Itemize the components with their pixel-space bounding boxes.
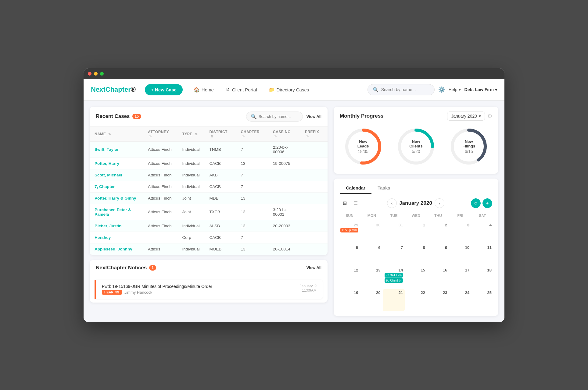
case-name[interactable]: 7, Chapter [90, 181, 143, 192]
cal-cell[interactable]: 21 [383, 289, 405, 311]
global-search[interactable]: 🔍 [368, 84, 435, 95]
col-name[interactable]: NAME ⇅ [90, 127, 143, 142]
case-prefix [300, 232, 328, 243]
cal-cell[interactable]: 1 [405, 222, 427, 243]
title-bar [84, 68, 504, 79]
case-district: TXEB [205, 204, 236, 220]
navbar: NextChapter® + New Case 🏠 Home 🖥 Client … [84, 79, 504, 101]
circle-name: New Leads [353, 139, 373, 148]
cal-cell[interactable]: 19 [339, 289, 360, 311]
cal-cell[interactable]: 2911:26p Mm [339, 222, 360, 243]
cal-date: 1 [407, 223, 425, 227]
logo: NextChapter® [91, 86, 136, 94]
add-event-button[interactable]: + [482, 198, 492, 208]
chevron-down-icon: ▾ [459, 87, 461, 92]
tab-tasks[interactable]: Tasks [371, 183, 396, 194]
cal-cell[interactable]: 4 [472, 222, 493, 243]
settings-icon[interactable]: ⚙️ [438, 86, 445, 93]
circle-name: New Clients [406, 139, 426, 148]
cal-date: 17 [452, 268, 470, 272]
notices-view-all[interactable]: View All [307, 265, 321, 270]
circle-wrap: New Leads 18/35 [343, 127, 383, 166]
cal-cell[interactable]: 24 [450, 289, 471, 311]
cal-cell[interactable]: 147a 341 Hea9p Client bi [383, 267, 405, 289]
notice-date: January, 911:09AM [300, 284, 317, 292]
cal-cell[interactable]: 8 [405, 244, 427, 266]
case-district: CACB [205, 158, 236, 169]
notice-title: Fwd: 19-15169-JGR Minutes of Proceedings… [102, 284, 212, 289]
chevron-down-icon: ▾ [495, 87, 497, 92]
case-no [268, 232, 300, 243]
next-month-button[interactable]: › [435, 198, 444, 208]
cal-cell[interactable]: 12 [339, 267, 360, 289]
cal-cell[interactable]: 20 [361, 289, 382, 311]
case-name[interactable]: Scott, Michael [90, 169, 143, 181]
minimize-dot[interactable] [94, 72, 98, 76]
expand-dot[interactable] [100, 72, 104, 76]
new-case-button[interactable]: + New Case [145, 84, 183, 95]
col-type[interactable]: TYPE ⇅ [177, 127, 205, 142]
circle-value: 6/15 [459, 149, 479, 154]
cal-date: 3 [452, 223, 470, 227]
case-name[interactable]: Potter, Harry [90, 158, 143, 169]
case-attorney: Atticus Finch [143, 220, 177, 232]
col-attorney[interactable]: ATTORNEY ⇅ [143, 127, 177, 142]
case-name[interactable]: Swift, Taylor [90, 141, 143, 158]
list-view-button[interactable]: ☰ [351, 198, 360, 208]
close-dot[interactable] [88, 72, 91, 76]
cal-cell[interactable]: 3 [450, 222, 471, 243]
gear-icon[interactable]: ⚙ [487, 113, 492, 119]
grid-view-button[interactable]: ⊞ [340, 198, 350, 208]
cal-cell[interactable]: 2 [428, 222, 449, 243]
case-name[interactable]: Potter, Harry & Ginny [90, 192, 143, 204]
cal-cell[interactable]: 10 [450, 244, 471, 266]
cal-cell[interactable]: 6 [361, 244, 382, 266]
cal-event[interactable]: 7a 341 Hea [385, 273, 403, 278]
case-prefix [300, 169, 328, 181]
nav-client-portal[interactable]: 🖥 Client Portal [221, 84, 262, 95]
cal-cell[interactable]: 30 [361, 222, 382, 243]
case-attorney: Atticus Finch [143, 204, 177, 220]
col-district[interactable]: DISTRICT ⇅ [205, 127, 236, 142]
notice-item[interactable]: Fwd: 19-15169-JGR Minutes of Proceedings… [95, 280, 323, 299]
cal-cell[interactable]: 18 [472, 267, 493, 289]
sync-button[interactable]: ↻ [471, 198, 481, 208]
col-chapter[interactable]: CHAPTER ⇅ [236, 127, 268, 142]
cal-cell[interactable]: 17 [450, 267, 471, 289]
cal-day-name: SUN [339, 212, 361, 219]
case-name[interactable]: Purchaser, Peter & Pamela [90, 204, 143, 220]
cal-cell[interactable]: 11 [472, 244, 493, 266]
cal-cell[interactable]: 16 [428, 267, 449, 289]
cal-cell[interactable]: 7 [383, 244, 405, 266]
progress-title: Monthly Progress [340, 113, 384, 119]
search-icon: 🔍 [373, 87, 379, 93]
help-menu[interactable]: Help ▾ [449, 87, 461, 92]
col-case-no[interactable]: CASE NO ⇅ [268, 127, 300, 142]
cal-date: 5 [340, 245, 358, 250]
cal-cell[interactable]: 15 [405, 267, 427, 289]
nav-home[interactable]: 🏠 Home [189, 84, 219, 95]
cal-cell[interactable]: 9 [428, 244, 449, 266]
cases-search-input-wrap[interactable]: 🔍 [246, 112, 303, 122]
col-prefix[interactable]: PREFIX ⇅ [300, 127, 328, 142]
tab-calendar[interactable]: Calendar [340, 183, 371, 194]
cal-cell[interactable]: 5 [339, 244, 360, 266]
cal-event[interactable]: 9p Client bi [385, 278, 403, 283]
cases-view-all[interactable]: View All [307, 114, 321, 119]
cal-cell[interactable]: 25 [472, 289, 493, 311]
prev-month-button[interactable]: ‹ [387, 198, 397, 208]
cal-cell[interactable]: 23 [428, 289, 449, 311]
case-name[interactable]: Appleseed, Johnny [90, 243, 143, 255]
case-name[interactable]: Hershey [90, 232, 143, 243]
month-selector[interactable]: January 2020 ▾ [447, 112, 485, 121]
cases-search-input[interactable] [259, 114, 298, 119]
case-district: AKB [205, 169, 236, 181]
global-search-input[interactable] [381, 87, 429, 92]
cal-cell[interactable]: 22 [405, 289, 427, 311]
case-name[interactable]: Bieber, Justin [90, 220, 143, 232]
cal-event[interactable]: 11:26p Mm [340, 228, 358, 232]
cal-cell[interactable]: 13 [361, 267, 382, 289]
cal-cell[interactable]: 31 [383, 222, 405, 243]
nav-directory[interactable]: 📁 Directory Cases [264, 84, 314, 95]
firm-menu[interactable]: Debt Law Firm ▾ [464, 87, 497, 92]
